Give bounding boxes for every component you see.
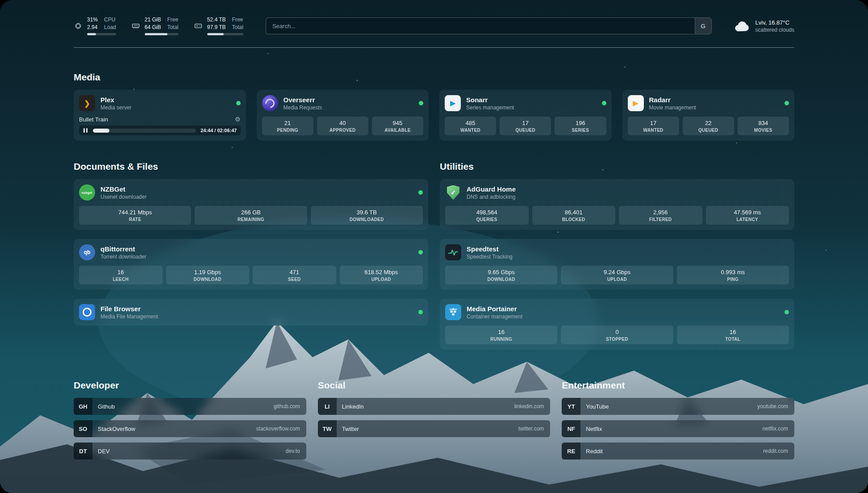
memory-value: 64 GiB	[145, 24, 161, 31]
disk-label: Free	[232, 17, 243, 24]
bookmark-name: DEV	[98, 448, 110, 455]
search-bar[interactable]: G	[266, 17, 712, 34]
media-section-title: Media	[74, 72, 794, 83]
bookmark-abbr: DT	[74, 443, 92, 460]
stat-label: APPROVED	[319, 128, 367, 133]
stat-leech: 16LEECH	[79, 266, 163, 284]
stat-label: PING	[679, 277, 787, 282]
service-name: Media Portainer	[467, 305, 522, 313]
utilities-section: Utilities ✓AdGuard HomeDNS and adblockin…	[440, 161, 794, 350]
service-name: Speedtest	[467, 245, 513, 253]
memory-progress-bar	[145, 33, 179, 35]
social-column: Social LILinkedInlinkedin.comTWTwittertw…	[318, 380, 551, 437]
stat-value: 9.24 Gbps	[563, 269, 671, 276]
bookmark-name: Twitter	[342, 426, 359, 432]
stat-value: 945	[374, 120, 421, 126]
stat-label: RATE	[81, 217, 189, 222]
bookmark-stackoverflow[interactable]: SOStackOverflowstackoverflow.com	[74, 420, 306, 437]
service-meta: Media PortainerContainer management	[467, 305, 522, 320]
memory-value: 21 GiB	[145, 17, 161, 24]
bookmark-name: Github	[98, 403, 115, 410]
status-dot	[236, 101, 241, 105]
sonarr-icon: ▶	[445, 95, 461, 111]
pause-button[interactable]	[83, 128, 88, 133]
service-name: Overseerr	[284, 96, 322, 104]
bookmark-dev[interactable]: DTDEVdev.to	[74, 443, 306, 460]
developer-column: Developer GHGithubgithub.comSOStackOverf…	[74, 380, 306, 460]
stat-total: 16TOTAL	[677, 326, 789, 344]
service-subtitle: Container management	[467, 313, 522, 320]
stat-value: 498,564	[447, 209, 527, 216]
service-card-radarr[interactable]: ▶RadarrMovie management17WANTED22QUEUED8…	[622, 90, 795, 141]
stats-row: 498,564QUERIES86,401BLOCKED2,956FILTERED…	[445, 206, 789, 225]
service-name: Sonarr	[466, 96, 514, 104]
bookmark-twitter[interactable]: TWTwittertwitter.com	[318, 420, 551, 437]
stat-queries: 498,564QUERIES	[445, 206, 529, 225]
entertainment-links: YTYouTubeyoutube.comNFNetflixnetflix.com…	[562, 398, 794, 460]
stat-label: LATENCY	[708, 217, 788, 222]
disk-label: Total	[232, 24, 243, 31]
entertainment-column: Entertainment YTYouTubeyoutube.comNFNetf…	[562, 380, 794, 460]
search-provider-button[interactable]: G	[695, 18, 711, 34]
stat-label: STOPPED	[563, 337, 671, 342]
bookmark-url: stackoverflow.com	[256, 426, 300, 432]
stat-label: WANTED	[447, 128, 494, 133]
stat-value: 39.6 TB	[313, 209, 421, 216]
cpu-label: CPU	[104, 17, 116, 24]
stat-label: UPLOAD	[342, 277, 421, 282]
service-meta: OverseerrMedia Requests	[284, 96, 322, 111]
bookmark-netflix[interactable]: NFNetflixnetflix.com	[562, 420, 794, 437]
bookmark-name: LinkedIn	[342, 403, 364, 410]
stats-row: 485WANTED17QUEUED196SERIES	[445, 117, 606, 135]
stat-label: DOWNLOAD	[168, 277, 248, 282]
memory-widget: 21 GiBFree64 GiBTotal	[131, 17, 179, 35]
bookmark-reddit[interactable]: RERedditreddit.com	[562, 443, 794, 460]
service-card-media-portainer[interactable]: Media PortainerContainer management16RUN…	[440, 299, 794, 350]
card-header: qbqBittorrentTorrent downloader	[79, 244, 423, 260]
service-meta: SonarrSeries management	[466, 96, 514, 111]
stat-wanted: 485WANTED	[445, 117, 496, 135]
stat-available: 945AVAILABLE	[372, 117, 423, 135]
bookmark-linkedin[interactable]: LILinkedInlinkedin.com	[318, 398, 551, 415]
stat-stopped: 0STOPPED	[561, 326, 673, 344]
bookmark-abbr: SO	[74, 420, 92, 437]
service-meta: File BrowserMedia File Management	[100, 305, 158, 320]
service-card-nzbget[interactable]: nzbgetNZBGetUsenet downloader744.21 Mbps…	[74, 179, 428, 230]
service-card-file-browser[interactable]: File BrowserMedia File Management	[74, 299, 428, 326]
search-input[interactable]	[266, 23, 695, 29]
service-card-plex[interactable]: ❯PlexMedia serverBullet Train⚙24:44 / 02…	[74, 90, 246, 141]
service-card-qbittorrent[interactable]: qbqBittorrentTorrent downloader16LEECH1.…	[74, 239, 428, 290]
bookmark-github[interactable]: GHGithubgithub.com	[74, 398, 306, 415]
service-name: NZBGet	[100, 185, 146, 193]
memory-label: Total	[167, 24, 178, 31]
documents-section-title: Documents & Files	[74, 161, 428, 172]
service-card-adguard-home[interactable]: ✓AdGuard HomeDNS and adblocking498,564QU…	[440, 179, 794, 230]
seek-bar[interactable]	[93, 129, 196, 133]
memory-stats: 21 GiBFree64 GiBTotal	[145, 17, 179, 35]
stat-queued: 17QUEUED	[500, 117, 551, 135]
cpu-stats: 31%CPU2.94Load	[87, 17, 116, 35]
service-card-speedtest[interactable]: SpeedtestSpeedtest Tracking9.65 GbpsDOWN…	[440, 239, 794, 290]
service-card-overseerr[interactable]: OverseerrMedia Requests21PENDING40APPROV…	[257, 90, 429, 141]
service-subtitle: Series management	[466, 104, 514, 111]
stats-row: 21PENDING40APPROVED945AVAILABLE	[262, 117, 424, 135]
gear-icon[interactable]: ⚙	[235, 116, 241, 123]
stat-value: 744.21 Mbps	[81, 209, 189, 216]
media-cards: ❯PlexMedia serverBullet Train⚙24:44 / 02…	[74, 90, 794, 141]
stat-value: 2,956	[621, 209, 701, 216]
disk-progress-bar	[207, 33, 243, 35]
cpu-widget: 31%CPU2.94Load	[74, 17, 116, 35]
radarr-icon: ▶	[628, 95, 644, 111]
social-links: LILinkedInlinkedin.comTWTwittertwitter.c…	[318, 398, 551, 437]
stat-value: 21	[264, 120, 312, 126]
stat-value: 0.993 ms	[679, 269, 787, 276]
disk-value: 52.4 TB	[207, 17, 226, 24]
bookmark-name: Netflix	[586, 426, 602, 432]
bookmark-name: Reddit	[586, 448, 603, 455]
bookmark-youtube[interactable]: YTYouTubeyoutube.com	[562, 398, 794, 415]
stat-label: AVAILABLE	[374, 128, 421, 133]
stat-value: 47.569 ms	[708, 209, 788, 216]
topbar-divider	[74, 47, 794, 48]
service-meta: AdGuard HomeDNS and adblocking	[467, 185, 516, 200]
service-card-sonarr[interactable]: ▶SonarrSeries management485WANTED17QUEUE…	[439, 90, 612, 141]
